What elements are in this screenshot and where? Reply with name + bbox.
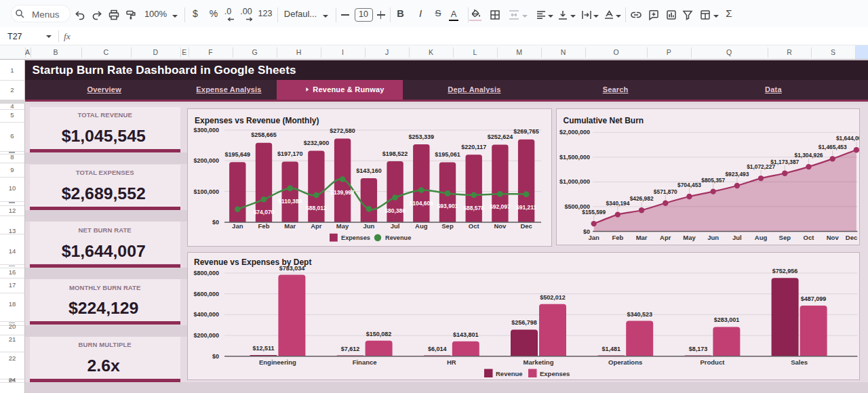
svg-text:$923,493: $923,493	[725, 171, 749, 178]
svg-text:Feb: Feb	[612, 233, 623, 241]
svg-text:Revenue: Revenue	[496, 370, 523, 377]
svg-text:$283,001: $283,001	[714, 316, 740, 323]
svg-text:$256,798: $256,798	[511, 319, 537, 326]
svg-text:Aug: Aug	[415, 222, 428, 230]
svg-text:Sales: Sales	[791, 358, 808, 366]
svg-text:$1,644,007: $1,644,007	[836, 135, 859, 142]
svg-text:$1,500,000: $1,500,000	[559, 153, 590, 160]
svg-text:$252,624: $252,624	[488, 133, 513, 140]
svg-text:Oct: Oct	[469, 222, 480, 230]
svg-text:$143,160: $143,160	[356, 167, 382, 173]
svg-text:$92,097: $92,097	[490, 203, 511, 210]
svg-text:Expenses vs Revenue (Monthly): Expenses vs Revenue (Monthly)	[195, 115, 319, 125]
svg-text:$272,580: $272,580	[330, 127, 355, 133]
svg-text:$195,649: $195,649	[225, 150, 251, 157]
svg-text:$600,000: $600,000	[193, 291, 219, 297]
svg-text:$704,453: $704,453	[677, 182, 701, 188]
svg-text:$200,000: $200,000	[193, 157, 219, 164]
svg-text:Expenses: Expenses	[341, 234, 370, 241]
svg-text:Sep: Sep	[779, 233, 791, 241]
svg-text:Apr: Apr	[660, 233, 671, 241]
svg-text:Marketing: Marketing	[524, 358, 554, 366]
svg-text:$80,386: $80,386	[384, 207, 406, 213]
svg-text:Oct: Oct	[804, 233, 815, 241]
svg-text:$571,870: $571,870	[654, 188, 677, 194]
svg-text:Nov: Nov	[494, 222, 507, 230]
svg-text:$487,099: $487,099	[801, 295, 827, 302]
svg-text:Product: Product	[700, 358, 725, 366]
svg-text:$752,956: $752,956	[772, 268, 798, 274]
svg-text:$12,511: $12,511	[252, 345, 274, 352]
svg-text:Jun: Jun	[707, 233, 719, 241]
svg-text:Jul: Jul	[391, 222, 400, 230]
svg-text:$232,900: $232,900	[304, 139, 330, 146]
svg-text:$220,117: $220,117	[461, 143, 486, 150]
svg-text:Feb: Feb	[258, 222, 270, 230]
svg-text:Jul: Jul	[732, 233, 742, 241]
svg-text:$88,578: $88,578	[463, 204, 484, 211]
svg-text:$143,801: $143,801	[453, 331, 479, 338]
svg-text:$198,522: $198,522	[382, 150, 408, 157]
svg-text:$400,000: $400,000	[193, 311, 219, 318]
svg-text:$269,765: $269,765	[513, 128, 539, 135]
svg-text:$93,901: $93,901	[437, 203, 458, 209]
svg-text:$74,070: $74,070	[254, 209, 275, 215]
svg-text:Finance: Finance	[353, 358, 377, 366]
svg-text:$200,000: $200,000	[193, 332, 219, 339]
svg-text:Dec: Dec	[520, 222, 532, 230]
svg-text:$150,082: $150,082	[366, 331, 392, 337]
svg-text:$0: $0	[212, 218, 219, 225]
svg-text:Operations: Operations	[608, 358, 642, 366]
svg-text:Apr: Apr	[311, 222, 322, 230]
svg-text:Engineering: Engineering	[259, 358, 296, 366]
svg-text:Jun: Jun	[363, 222, 374, 230]
svg-text:May: May	[683, 233, 696, 241]
svg-text:$783,034: $783,034	[279, 265, 305, 272]
svg-text:$197,170: $197,170	[277, 150, 303, 157]
svg-text:Expenses: Expenses	[540, 370, 570, 377]
svg-text:May: May	[336, 222, 349, 230]
svg-text:Cumulative Net Burn: Cumulative Net Burn	[564, 115, 644, 125]
svg-text:$1,304,926: $1,304,926	[795, 152, 823, 159]
svg-text:Dec: Dec	[846, 233, 857, 241]
svg-text:Aug: Aug	[755, 233, 768, 241]
svg-text:$426,982: $426,982	[630, 195, 654, 202]
svg-text:$253,339: $253,339	[409, 133, 435, 140]
svg-text:Nov: Nov	[827, 233, 840, 241]
svg-text:$502,012: $502,012	[540, 294, 566, 301]
svg-text:Revenue: Revenue	[385, 234, 411, 241]
svg-text:$340,194: $340,194	[606, 199, 629, 206]
svg-text:$8,173: $8,173	[689, 346, 708, 352]
svg-text:$91,211: $91,211	[516, 203, 537, 210]
svg-text:$6,014: $6,014	[428, 346, 447, 352]
svg-text:Mar: Mar	[284, 222, 296, 230]
svg-text:$110,383: $110,383	[278, 197, 302, 204]
svg-text:$340,523: $340,523	[627, 311, 652, 318]
svg-text:$805,357: $805,357	[701, 176, 725, 183]
svg-text:Jan: Jan	[589, 233, 600, 241]
svg-text:$258,665: $258,665	[251, 131, 277, 138]
svg-text:$300,000: $300,000	[193, 127, 219, 133]
svg-text:$1,000,000: $1,000,000	[559, 178, 590, 185]
svg-text:$104,605: $104,605	[410, 199, 434, 206]
svg-text:$155,599: $155,599	[582, 209, 606, 215]
svg-text:$2,000,000: $2,000,000	[559, 129, 590, 136]
svg-text:$88,012: $88,012	[306, 205, 327, 211]
svg-text:Mar: Mar	[636, 233, 648, 241]
svg-text:$1,465,453: $1,465,453	[818, 144, 847, 150]
svg-text:$1,173,387: $1,173,387	[770, 158, 799, 165]
svg-text:Sep: Sep	[441, 222, 454, 230]
svg-text:$1,481: $1,481	[601, 346, 620, 352]
svg-text:$7,612: $7,612	[341, 346, 360, 352]
svg-text:$100,000: $100,000	[193, 188, 219, 194]
svg-text:HR: HR	[447, 358, 456, 366]
svg-text:$139,997: $139,997	[330, 188, 355, 195]
svg-text:$195,061: $195,061	[435, 151, 460, 158]
svg-text:Jan: Jan	[232, 222, 243, 230]
svg-text:$0: $0	[212, 353, 219, 360]
svg-text:$800,000: $800,000	[193, 270, 219, 276]
